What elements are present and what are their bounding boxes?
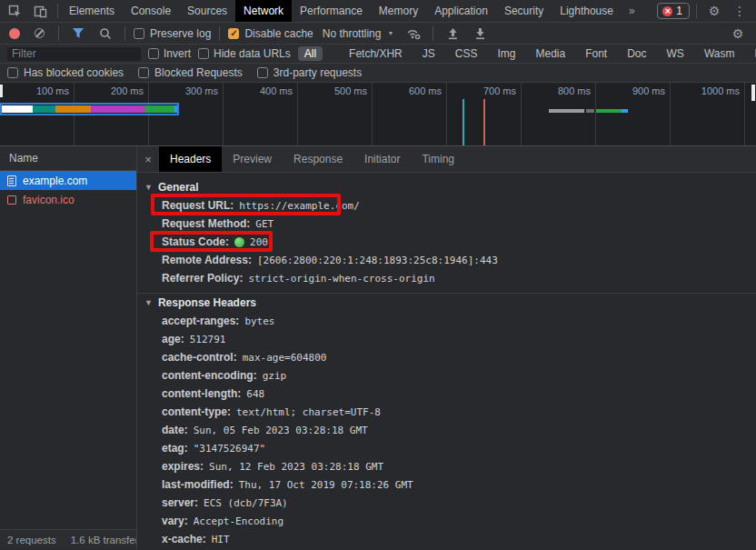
name-column-header[interactable]: Name	[0, 146, 136, 171]
triangle-down-icon: ▼	[144, 298, 153, 307]
hide-data-urls-toggle[interactable]: Hide data URLs	[198, 47, 291, 60]
tab-elements[interactable]: Elements	[61, 0, 123, 22]
disable-cache-toggle[interactable]: ✓ Disable cache	[228, 27, 313, 40]
favicon-stalled	[549, 109, 584, 113]
request-row-favicon-ico[interactable]: favicon.ico	[0, 190, 136, 209]
network-summary-bar: 2 requests 1.6 kB transferred	[0, 529, 136, 549]
header-row-request-method: Request Method: GET	[137, 215, 756, 233]
tab-sources[interactable]: Sources	[179, 0, 235, 22]
detail-tab-timing[interactable]: Timing	[411, 146, 465, 172]
filter-type-media[interactable]: Media	[529, 46, 572, 61]
detail-tab-response[interactable]: Response	[283, 146, 353, 172]
devtools-window: Elements Console Sources Network Perform…	[0, 0, 756, 550]
search-icon[interactable]	[94, 25, 116, 43]
has-blocked-cookies-toggle[interactable]: Has blocked cookies	[7, 66, 124, 79]
network-options-bar: Has blocked cookies Blocked Requests 3rd…	[0, 64, 756, 83]
filter-type-css[interactable]: CSS	[449, 46, 484, 61]
tab-performance[interactable]: Performance	[292, 0, 371, 22]
filter-type-doc[interactable]: Doc	[621, 46, 652, 61]
network-overview-timeline[interactable]: 100 ms 200 ms 300 ms 400 ms 500 ms 600 m…	[0, 83, 756, 146]
filter-type-all[interactable]: All	[298, 46, 323, 61]
document-icon	[7, 175, 16, 186]
tab-memory[interactable]: Memory	[371, 0, 426, 22]
filter-type-fetch-xhr[interactable]: Fetch/XHR	[343, 46, 409, 61]
throttling-value: No throttling	[323, 27, 382, 40]
preserve-log-toggle[interactable]: Preserve log	[134, 27, 211, 40]
kebab-menu-icon[interactable]: ⋮	[729, 2, 751, 20]
tab-network[interactable]: Network	[235, 0, 292, 22]
tab-security[interactable]: Security	[496, 0, 552, 22]
export-har-icon[interactable]	[469, 25, 491, 43]
has-blocked-cookies-checkbox[interactable]	[7, 67, 18, 78]
header-row-referrer-policy: Referrer Policy: strict-origin-when-cros…	[137, 269, 756, 287]
tab-application[interactable]: Application	[426, 0, 496, 22]
filter-type-js[interactable]: JS	[416, 46, 442, 61]
invert-checkbox[interactable]	[148, 48, 159, 59]
filter-type-manifest[interactable]: Manifest	[748, 46, 756, 61]
dcl-event-line	[463, 99, 464, 146]
clear-icon[interactable]	[35, 28, 45, 38]
favicon-waiting	[596, 109, 622, 113]
tick-1000ms: 1000 ms	[671, 83, 745, 145]
header-row-accept-ranges: accept-ranges:bytes	[137, 312, 756, 330]
device-toolbar-icon[interactable]	[29, 2, 51, 20]
header-row-vary: vary:Accept-Encoding	[137, 512, 756, 530]
import-har-icon[interactable]	[442, 25, 463, 43]
throttling-dropdown[interactable]: No throttling ▼	[319, 27, 398, 40]
filter-input[interactable]	[7, 47, 141, 61]
filter-funnel-icon[interactable]	[67, 25, 89, 43]
segment-waiting	[145, 105, 174, 113]
inspect-element-icon[interactable]	[4, 2, 25, 20]
header-row-cache-control: cache-control:max-age=604800	[137, 348, 756, 366]
request-detail-pane: × Headers Preview Response Initiator Tim…	[137, 146, 756, 549]
network-conditions-icon[interactable]	[403, 25, 424, 43]
tick-600ms: 600 ms	[373, 83, 447, 145]
hide-data-urls-checkbox[interactable]	[198, 48, 209, 59]
filter-type-wasm[interactable]: Wasm	[698, 46, 741, 61]
request-count: 2 requests	[7, 535, 56, 545]
header-row-server: server:ECS (dcb/7F3A)	[137, 494, 756, 512]
overview-handle-right	[751, 85, 755, 101]
filter-type-ws[interactable]: WS	[661, 46, 691, 61]
invert-toggle[interactable]: Invert	[148, 47, 191, 60]
third-party-requests-checkbox[interactable]	[257, 67, 268, 78]
divider	[124, 26, 125, 41]
close-icon[interactable]: ×	[137, 146, 159, 172]
filter-type-img[interactable]: Img	[491, 46, 522, 61]
tab-lighthouse[interactable]: Lighthouse	[552, 0, 622, 22]
more-tabs-icon[interactable]: »	[622, 0, 642, 22]
broken-file-icon	[7, 195, 16, 205]
favicon-download	[622, 109, 628, 113]
hide-data-urls-label: Hide data URLs	[214, 47, 291, 60]
request-row-example-com[interactable]: example.com	[0, 171, 136, 190]
detail-tab-headers[interactable]: Headers	[159, 146, 222, 172]
error-count-badge[interactable]: ✕ 1	[657, 3, 690, 19]
divider	[219, 26, 220, 41]
settings-gear-icon[interactable]: ⚙	[703, 2, 725, 20]
general-section-header[interactable]: ▼ General	[137, 178, 756, 196]
preserve-log-checkbox[interactable]	[134, 28, 144, 39]
tab-console[interactable]: Console	[123, 0, 179, 22]
network-settings-gear-icon[interactable]: ⚙	[727, 25, 749, 43]
blocked-requests-checkbox[interactable]	[138, 67, 149, 78]
invert-label: Invert	[164, 47, 191, 60]
favicon-stalled-dim	[586, 109, 594, 113]
third-party-requests-toggle[interactable]: 3rd-party requests	[257, 66, 362, 79]
header-row-content-length: content-length:648	[137, 385, 756, 403]
request-name: example.com	[23, 175, 87, 187]
detail-tab-preview[interactable]: Preview	[222, 146, 283, 172]
error-icon: ✕	[662, 6, 672, 16]
detail-tab-initiator[interactable]: Initiator	[353, 146, 411, 172]
response-headers-section-header[interactable]: ▼ Response Headers	[137, 294, 756, 312]
filter-type-font[interactable]: Font	[579, 46, 613, 61]
disable-cache-checkbox[interactable]: ✓	[228, 28, 239, 39]
disable-cache-label: Disable cache	[244, 27, 313, 40]
divider	[696, 4, 697, 18]
divider	[57, 4, 58, 18]
blocked-requests-label: Blocked Requests	[154, 66, 243, 79]
blocked-requests-toggle[interactable]: Blocked Requests	[138, 66, 243, 79]
tick-900ms: 900 ms	[596, 83, 671, 145]
status-ok-icon	[234, 237, 244, 247]
devtools-tab-bar: Elements Console Sources Network Perform…	[0, 0, 756, 23]
record-button[interactable]	[9, 28, 20, 39]
